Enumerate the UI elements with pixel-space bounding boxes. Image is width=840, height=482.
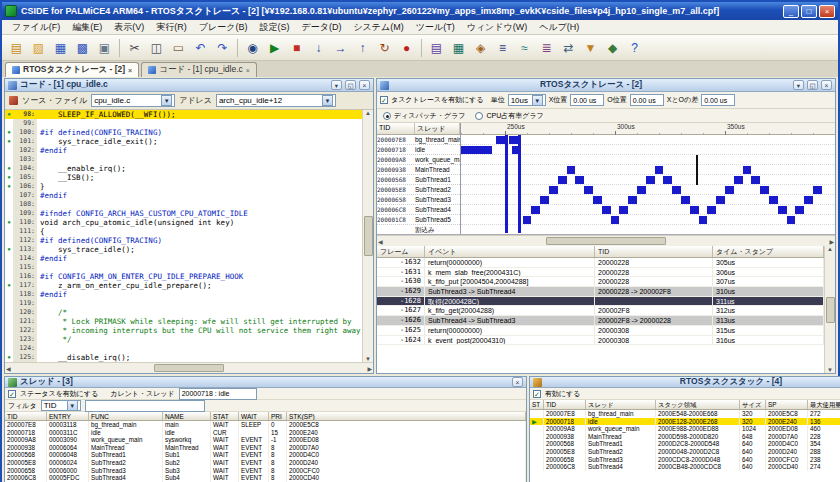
frame-row[interactable]: -1631k_mem_slab_free(2000431C)2000022830… — [377, 268, 824, 278]
new-file-icon[interactable]: ▤ — [6, 37, 27, 58]
stack-row[interactable]: 20000568SubThread12000D2C8-2000D54864020… — [530, 440, 840, 448]
thread-col-header[interactable]: STK(SP) — [287, 412, 526, 420]
thread-row[interactable]: 2000065800006000SubThread3Sub3WAITEVENT8… — [5, 467, 526, 475]
menu-item[interactable]: 表示(V) — [108, 20, 150, 35]
frame-row[interactable]: -1629SubThread3 -> SubThread420000228 ->… — [377, 287, 824, 297]
scroll-right-icon[interactable]: ▶ — [829, 238, 834, 245]
menu-item[interactable]: ツール(T) — [410, 20, 461, 35]
print-icon[interactable]: ▣ — [94, 37, 115, 58]
panel-menu-button[interactable]: ▾ — [331, 80, 342, 90]
maximize-button[interactable]: □ — [801, 5, 817, 18]
cpu-usage-graph-radio[interactable] — [475, 112, 483, 120]
breakpoint-dot-icon[interactable]: ● — [5, 182, 13, 191]
status-enable-checkbox[interactable]: ✓ — [8, 390, 16, 398]
frame-row[interactable]: -1625return(00000000)20000308315us — [377, 326, 824, 336]
menu-item[interactable]: データ(D) — [295, 20, 347, 35]
unit-combo[interactable]: 10us▼ — [508, 94, 546, 106]
menu-item[interactable]: ブレーク(B) — [193, 20, 254, 35]
scroll-down-icon[interactable]: ▼ — [365, 356, 371, 362]
tab-close-icon[interactable]: × — [128, 67, 132, 74]
filter-column-combo[interactable]: TID▼ — [41, 400, 81, 411]
stack-row[interactable]: 20000658SubThread32000CDC8-2000D04864020… — [530, 456, 840, 464]
filter-input[interactable] — [85, 400, 205, 412]
frame-row[interactable]: -1626SubThread4 -> SubThread3200002F8 ->… — [377, 316, 824, 326]
diff-field[interactable]: 0.00 us — [701, 94, 735, 106]
panel-pin-button[interactable]: ◱ — [345, 80, 356, 90]
document-tab[interactable]: コード - [1] cpu_idle.c× — [141, 62, 257, 77]
stack-col-header[interactable]: ST — [530, 400, 544, 409]
thread-row[interactable]: 200007E800003118bg_thread_mainmainWAITSL… — [5, 421, 526, 429]
gantt-thread-row[interactable]: 200009A8work_queue_main — [377, 155, 460, 165]
opos-field[interactable]: 0.00 us — [630, 94, 664, 106]
breakpoint-dot-icon[interactable]: ● — [5, 245, 13, 254]
step-out-icon[interactable]: ↑ — [352, 37, 373, 58]
stack-col-header[interactable]: 最大使用量 — [808, 400, 840, 409]
scrollbar-thumb[interactable] — [546, 237, 666, 245]
frame-row[interactable]: -1632return(00000000)20000228305us — [377, 258, 824, 268]
reset-icon[interactable]: ↻ — [374, 37, 395, 58]
frame-col-header[interactable]: フレーム — [377, 246, 425, 257]
gantt-thread-row[interactable]: 200001C8SubThread5 — [377, 215, 460, 225]
scrollbar-thumb[interactable] — [154, 364, 224, 372]
panel-close-button[interactable]: × — [512, 377, 523, 387]
breakpoint-dot-icon[interactable]: ● — [5, 164, 13, 173]
stack-row[interactable]: 200007E8bg_thread_main2000E548-2000E6683… — [530, 410, 840, 418]
gantt-cursor[interactable] — [696, 155, 698, 185]
breakpoint-dot-icon[interactable]: ● — [5, 218, 13, 227]
thread-row[interactable]: 200006C800005FDCSubThread4Sub4WAITEVENT8… — [5, 474, 526, 482]
find-icon[interactable]: ◉ — [242, 37, 263, 58]
thread-col-header[interactable]: ENTRY — [47, 412, 89, 420]
stack-col-header[interactable]: TID — [544, 400, 586, 409]
stack-row[interactable]: 200009A8work_queue_main2000E988-2000ED88… — [530, 425, 840, 433]
frame-col-header[interactable]: タイム・スタンプ — [713, 246, 824, 257]
thread-col-header[interactable]: STAT — [211, 412, 239, 420]
gantt-thread-row[interactable]: 200007E8bg_thread_main — [377, 135, 460, 145]
menu-item[interactable]: ファイル(F) — [6, 20, 66, 35]
scrollbar-thumb[interactable] — [826, 297, 835, 323]
frame-vertical-scrollbar[interactable]: ▲▼ — [824, 246, 835, 373]
scroll-left-icon[interactable]: ◀ — [378, 238, 383, 245]
frame-row[interactable]: -1630k_fifo_put [20004504,20004288]20000… — [377, 277, 824, 287]
trace-enable-checkbox[interactable]: ✓ — [380, 96, 388, 104]
stack-row[interactable]: 200005E8SubThread22000D048-2000D2C864020… — [530, 448, 840, 456]
source-file-combo[interactable]: cpu_idle.c▼ — [91, 94, 175, 107]
menu-item[interactable]: ヘルプ(H) — [533, 20, 585, 35]
panel-close-button[interactable]: × — [821, 80, 832, 90]
menu-item[interactable]: ウィンドウ(W) — [461, 20, 534, 35]
scroll-down-icon[interactable]: ▼ — [827, 367, 833, 373]
redo-icon[interactable]: ↷ — [212, 37, 233, 58]
gantt-thread-row[interactable]: 20000568SubThread1 — [377, 175, 460, 185]
frame-col-header[interactable]: イベント — [425, 246, 595, 257]
paste-icon[interactable]: ▭ — [168, 37, 189, 58]
memory-window-icon[interactable]: ▦ — [448, 37, 469, 58]
address-input[interactable]: arch_cpu_idle+12▼ — [216, 94, 336, 107]
code-window-icon[interactable]: ≡ — [492, 37, 513, 58]
io-window-icon[interactable]: ⇄ — [558, 37, 579, 58]
save-all-icon[interactable]: ▩ — [72, 37, 93, 58]
document-tab[interactable]: RTOSタスクトレース - [2]× — [5, 62, 139, 77]
menu-item[interactable]: システム(M) — [347, 20, 409, 35]
stack-row[interactable]: ▶20000718idle2000E128-2000E2683202000E24… — [530, 418, 840, 426]
code-vertical-scrollbar[interactable]: ▲▼ — [362, 110, 373, 362]
watch-window-icon[interactable]: ◈ — [470, 37, 491, 58]
thread-row[interactable]: 200009A800003090work_queue_mainsysworkqW… — [5, 436, 526, 444]
scroll-up-icon[interactable]: ▲ — [365, 110, 371, 116]
frame-row[interactable]: -1628取得(2000428C)311us — [377, 297, 824, 307]
gantt-thread-row[interactable]: 20000658SubThread3 — [377, 195, 460, 205]
thread-row[interactable]: 200007180000311CidleidleCUR152000E240 — [5, 429, 526, 437]
run-icon[interactable]: ▶ — [264, 37, 285, 58]
gantt-thread-row[interactable]: 20000718idle — [377, 145, 460, 155]
gantt-plot[interactable]: 250us300us350us — [461, 123, 835, 234]
stack-col-header[interactable]: サイズ — [740, 400, 766, 409]
breakpoint-dot-icon[interactable]: ● — [5, 110, 13, 119]
thread-col-header[interactable]: TID — [5, 412, 47, 420]
stack-enable-checkbox[interactable]: ✓ — [533, 390, 541, 398]
breakpoint-dot-icon[interactable]: ● — [5, 128, 13, 137]
help-icon[interactable]: ? — [624, 37, 645, 58]
code-horizontal-scrollbar[interactable]: ◀▶ — [5, 362, 373, 373]
breakpoint-dot-icon[interactable]: ● — [5, 281, 13, 290]
gantt-thread-row[interactable]: 割込み — [377, 225, 460, 234]
stack-row[interactable]: 200006C8SubThread42000CB48-2000CDC864020… — [530, 463, 840, 471]
gantt-thread-row[interactable]: 200005E8SubThread2 — [377, 185, 460, 195]
copy-icon[interactable]: ◫ — [146, 37, 167, 58]
